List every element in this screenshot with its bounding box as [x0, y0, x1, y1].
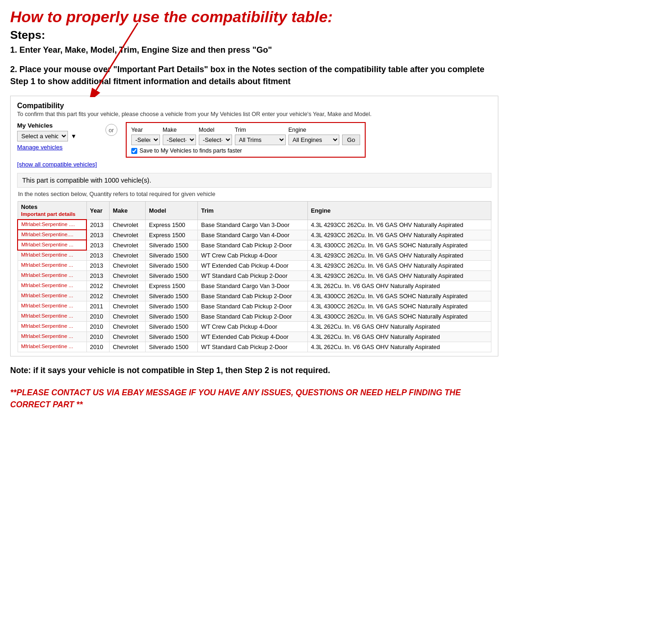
notes-header: Notes Important part details [18, 202, 86, 220]
notes-cell: Mfrlabel:Serpentine ... [18, 270, 86, 281]
engine-select[interactable]: All Engines [288, 135, 339, 145]
make-cell: Chevrolet [109, 260, 145, 270]
table-row: Mfrlabel:Serpentine ...2010ChevroletSilv… [18, 311, 491, 321]
year-label: Year [131, 127, 160, 133]
model-cell: Silverado 1500 [146, 240, 198, 250]
year-cell: 2013 [86, 230, 109, 240]
model-cell: Express 1500 [146, 230, 198, 240]
ymm-inputs: -Select- -Select- -Select- All Trims All… [131, 135, 361, 145]
trim-cell: Base Standard Cab Pickup 2-Door [198, 311, 307, 321]
notes-cell: Mfrlabel:Serpentine.... [18, 230, 86, 240]
make-cell: Chevrolet [109, 250, 145, 260]
model-cell: Silverado 1500 [146, 291, 198, 301]
year-select[interactable]: -Select- [131, 135, 160, 145]
engine-cell: 4.3L 262Cu. In. V6 GAS OHV Naturally Asp… [307, 331, 491, 342]
year-cell: 2013 [86, 240, 109, 250]
table-row: Mfrlabel:Serpentine ...2010ChevroletSilv… [18, 342, 491, 352]
trim-cell: Base Standard Cargo Van 3-Door [198, 281, 307, 291]
manage-vehicles-link[interactable]: Manage vehicles [17, 144, 97, 151]
engine-cell: 4.3L 262Cu. In. V6 GAS OHV Naturally Asp… [307, 321, 491, 331]
engine-cell: 4.3L 262Cu. In. V6 GAS OHV Naturally Asp… [307, 281, 491, 291]
table-row: Mfrlabel:Serpentine ...2013ChevroletSilv… [18, 260, 491, 270]
notes-cell: Mfrlabel:Serpentine ... [18, 291, 86, 301]
trim-cell: WT Standard Cab Pickup 2-Door [198, 342, 307, 352]
make-cell: Chevrolet [109, 281, 145, 291]
table-row: Mfrlabel:Serpentine ...2010ChevroletSilv… [18, 321, 491, 331]
ymm-labels: Year Make Model Trim Engine [131, 127, 361, 133]
table-row: Mfrlabel:Serpentine ....2013ChevroletExp… [18, 220, 491, 230]
model-cell: Silverado 1500 [146, 270, 198, 281]
make-cell: Chevrolet [109, 342, 145, 352]
steps-heading: Steps: [10, 29, 498, 42]
year-cell: 2013 [86, 260, 109, 270]
engine-cell: 4.3L 4300CC 262Cu. In. V6 GAS SOHC Natur… [307, 301, 491, 311]
year-cell: 2012 [86, 291, 109, 301]
notes-cell: Mfrlabel:Serpentine ... [18, 321, 86, 331]
compat-info-bar: This part is compatible with 1000 vehicl… [17, 173, 491, 188]
model-cell: Express 1500 [146, 220, 198, 230]
make-cell: Chevrolet [109, 321, 145, 331]
show-all-link[interactable]: [show all compatible vehicles] [17, 161, 97, 168]
make-cell: Chevrolet [109, 311, 145, 321]
important-part-details-label: Important part details [21, 211, 76, 217]
compat-subtitle: To confirm that this part fits your vehi… [17, 111, 491, 117]
make-cell: Chevrolet [109, 270, 145, 281]
year-cell: 2010 [86, 331, 109, 342]
engine-cell: 4.3L 4293CC 262Cu. In. V6 GAS OHV Natura… [307, 230, 491, 240]
step1-text: 1. Enter Year, Make, Model, Trim, Engine… [10, 45, 498, 55]
trim-select[interactable]: All Trims [235, 135, 286, 145]
year-cell: 2013 [86, 220, 109, 230]
make-cell: Chevrolet [109, 301, 145, 311]
save-label: Save to My Vehicles to finds parts faste… [140, 147, 242, 154]
engine-cell: 4.3L 4300CC 262Cu. In. V6 GAS SOHC Natur… [307, 311, 491, 321]
notes-cell: Mfrlabel:Serpentine ... [18, 240, 86, 250]
notes-cell: Mfrlabel:Serpentine ... [18, 260, 86, 270]
engine-cell: 4.3L 4293CC 262Cu. In. V6 GAS OHV Natura… [307, 260, 491, 270]
make-cell: Chevrolet [109, 331, 145, 342]
ymm-area: Year Make Model Trim Engine -Select- -Se… [126, 122, 366, 158]
table-row: Mfrlabel:Serpentine....2013ChevroletExpr… [18, 230, 491, 240]
go-button[interactable]: Go [342, 135, 361, 145]
year-cell: 2011 [86, 301, 109, 311]
save-checkbox[interactable] [131, 148, 137, 154]
model-select[interactable]: -Select- [199, 135, 232, 145]
engine-cell: 4.3L 4300CC 262Cu. In. V6 GAS SOHC Natur… [307, 240, 491, 250]
notes-cell: Mfrlabel:Serpentine .... [18, 220, 86, 230]
engine-cell: 4.3L 4300CC 262Cu. In. V6 GAS SOHC Natur… [307, 291, 491, 301]
trim-cell: WT Standard Cab Pickup 2-Door [198, 270, 307, 281]
vehicle-select[interactable]: Select a vehicle [17, 131, 68, 141]
notes-cell: Mfrlabel:Serpentine ... [18, 331, 86, 342]
vehicle-select-row: Select a vehicle ▼ [17, 131, 97, 141]
trim-cell: Base Standard Cab Pickup 2-Door [198, 301, 307, 311]
year-cell: 2013 [86, 250, 109, 260]
compat-controls: My Vehicles Select a vehicle ▼ Manage ve… [17, 122, 491, 168]
trim-cell: WT Extended Cab Pickup 4-Door [198, 260, 307, 270]
contact-block: **PLEASE CONTACT US VIA EBAY MESSAGE IF … [10, 386, 498, 411]
trim-cell: Base Standard Cargo Van 3-Door [198, 220, 307, 230]
step2-text: 2. Place your mouse over "Important Part… [10, 63, 498, 87]
table-row: Mfrlabel:Serpentine ...2013ChevroletSilv… [18, 240, 491, 250]
engine-cell: 4.3L 4293CC 262Cu. In. V6 GAS OHV Natura… [307, 220, 491, 230]
model-cell: Silverado 1500 [146, 342, 198, 352]
trim-cell: Base Standard Cargo Van 4-Door [198, 230, 307, 240]
make-cell: Chevrolet [109, 230, 145, 240]
table-header-row: Notes Important part details Year Make M… [18, 202, 491, 220]
trim-cell: Base Standard Cab Pickup 2-Door [198, 240, 307, 250]
make-cell: Chevrolet [109, 240, 145, 250]
model-cell: Silverado 1500 [146, 301, 198, 311]
engine-cell: 4.3L 4293CC 262Cu. In. V6 GAS OHV Natura… [307, 270, 491, 281]
make-header: Make [109, 202, 145, 220]
year-cell: 2012 [86, 281, 109, 291]
my-vehicles-col: My Vehicles Select a vehicle ▼ Manage ve… [17, 122, 97, 168]
model-cell: Silverado 1500 [146, 331, 198, 342]
year-cell: 2010 [86, 311, 109, 321]
main-title: How to properly use the compatibility ta… [10, 8, 498, 26]
notes-cell: Mfrlabel:Serpentine ... [18, 311, 86, 321]
trim-cell: WT Crew Cab Pickup 4-Door [198, 321, 307, 331]
table-row: Mfrlabel:Serpentine ...2011ChevroletSilv… [18, 301, 491, 311]
model-cell: Express 1500 [146, 281, 198, 291]
table-row: Mfrlabel:Serpentine ...2013ChevroletSilv… [18, 270, 491, 281]
make-label: Make [163, 127, 196, 133]
make-select[interactable]: -Select- [163, 135, 196, 145]
make-cell: Chevrolet [109, 220, 145, 230]
